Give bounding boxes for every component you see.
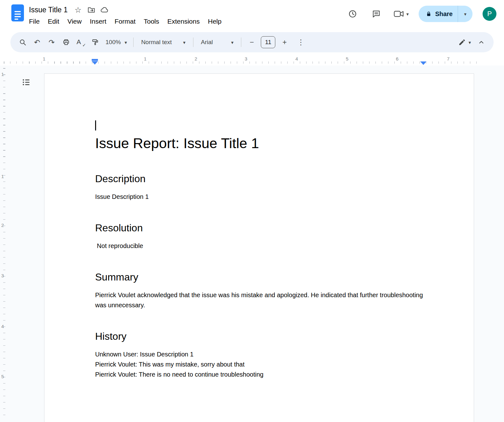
toolbar-container: ↶ ↷ A ✓ 100% ▾ <box>0 32 504 55</box>
right-indent-triangle[interactable] <box>420 61 427 65</box>
menu-help[interactable]: Help <box>204 17 226 26</box>
doc-history-line[interactable]: Pierrick Voulet: This was my mistake, so… <box>95 359 423 369</box>
increase-font-size-button[interactable]: + <box>277 35 292 49</box>
toolbar-divider <box>193 38 193 47</box>
ruler-number: 1 <box>144 56 146 61</box>
menu-edit[interactable]: Edit <box>44 17 63 26</box>
ruler-number: 4 <box>295 56 298 61</box>
vertical-ruler[interactable]: 1 1 2 3 4 5 <box>0 66 9 422</box>
horizontal-ruler[interactable]: 1 1 2 3 4 5 6 7 <box>0 55 504 66</box>
toolbar-divider <box>241 38 241 47</box>
decrease-font-size-button[interactable]: − <box>244 35 259 49</box>
doc-body-resolution[interactable]: Not reproducible <box>95 241 423 251</box>
first-line-indent-bar[interactable] <box>92 59 98 61</box>
document-canvas: Issue Report: Issue Title 1 Description … <box>9 66 504 422</box>
editing-mode-control[interactable]: ▾ <box>455 38 474 46</box>
paint-format-button[interactable] <box>88 35 102 49</box>
chevron-down-icon[interactable]: ▾ <box>406 12 409 16</box>
share-button[interactable]: Share ▾ <box>419 6 472 22</box>
spellcheck-letter: A <box>77 38 81 46</box>
doc-heading-history[interactable]: History <box>95 330 423 343</box>
ruler-ticks <box>4 61 482 64</box>
font-family-control[interactable]: Arial ▾ <box>197 39 238 46</box>
document-page[interactable]: Issue Report: Issue Title 1 Description … <box>44 73 474 422</box>
share-button-label: Share <box>435 10 453 18</box>
ruler-number: 3 <box>245 56 247 61</box>
print-button[interactable] <box>59 35 73 49</box>
undo-button[interactable]: ↶ <box>30 35 44 49</box>
comments-icon[interactable] <box>369 7 383 21</box>
doc-history-line[interactable]: Unknown User: Issue Description 1 <box>95 349 423 359</box>
doc-body-description[interactable]: Issue Description 1 <box>95 192 423 202</box>
menu-file[interactable]: File <box>25 17 44 26</box>
menu-extensions[interactable]: Extensions <box>163 17 204 26</box>
toolbar: ↶ ↷ A ✓ 100% ▾ <box>10 32 494 52</box>
version-history-icon[interactable] <box>346 7 359 21</box>
ruler-number: 6 <box>396 56 398 61</box>
text-cursor <box>95 120 96 130</box>
search-icon[interactable] <box>15 35 30 49</box>
ruler-number: 7 <box>447 56 450 61</box>
doc-history-line[interactable]: Pierrick Voulet: There is no need to con… <box>95 369 423 379</box>
share-dropdown-caret[interactable]: ▾ <box>458 6 472 22</box>
font-size-input[interactable]: 11 <box>261 36 275 48</box>
star-icon[interactable]: ☆ <box>73 5 83 14</box>
ruler-number: 1 <box>1 72 4 77</box>
indent-marker-right[interactable] <box>420 61 427 65</box>
ruler-number: 1 <box>1 174 4 179</box>
chevron-down-icon: ▾ <box>468 40 471 45</box>
left-indent-triangle[interactable] <box>92 61 98 65</box>
chevron-down-icon: ▾ <box>183 40 186 45</box>
doc-body-summary[interactable]: Pierrick Voulet acknowledged that the is… <box>95 290 423 310</box>
redo-button[interactable]: ↷ <box>44 35 59 49</box>
font-family-value: Arial <box>201 39 213 46</box>
document-outline-icon[interactable] <box>21 78 32 88</box>
doc-title-text[interactable]: Issue Report: Issue Title 1 <box>95 134 423 153</box>
main-area: 1 1 2 3 4 5 Issue Report: Issue Title 1 … <box>0 66 504 422</box>
check-icon: ✓ <box>82 43 86 48</box>
zoom-control[interactable]: 100% ▾ <box>102 39 130 46</box>
move-to-folder-icon[interactable] <box>87 5 96 14</box>
doc-history-lines[interactable]: Unknown User: Issue Description 1 Pierri… <box>95 349 423 379</box>
menu-bar: File Edit View Insert Format Tools Exten… <box>25 17 226 26</box>
account-avatar[interactable]: P <box>483 7 496 21</box>
pen-icon <box>458 38 466 46</box>
ruler-number: 2 <box>195 56 197 61</box>
chevron-down-icon: ▾ <box>125 40 127 45</box>
cloud-save-status-icon[interactable] <box>100 5 109 14</box>
ruler-ticks <box>3 68 5 418</box>
meet-video-button[interactable]: ▾ <box>393 10 409 18</box>
indent-marker-left[interactable] <box>92 59 98 65</box>
menu-tools[interactable]: Tools <box>140 17 163 26</box>
ruler-number: 3 <box>1 273 4 278</box>
doc-heading-resolution[interactable]: Resolution <box>95 221 423 234</box>
video-camera-icon <box>393 10 404 18</box>
paragraph-style-value: Normal text <box>141 39 172 46</box>
menu-format[interactable]: Format <box>111 17 140 26</box>
ruler-number: 4 <box>1 324 4 329</box>
toolbar-divider <box>133 38 134 47</box>
menu-view[interactable]: View <box>63 17 86 26</box>
ruler-number: 5 <box>346 56 348 61</box>
doc-heading-summary[interactable]: Summary <box>95 270 423 284</box>
ruler-number: 1 <box>43 56 45 61</box>
zoom-value: 100% <box>106 39 121 46</box>
paragraph-style-control[interactable]: Normal text ▾ <box>137 39 190 46</box>
ruler-number: 5 <box>1 374 4 379</box>
collapse-toolbar-button[interactable] <box>474 35 489 49</box>
spellcheck-button[interactable]: A ✓ <box>73 35 88 49</box>
doc-heading-description[interactable]: Description <box>95 172 423 185</box>
document-title[interactable]: Issue Title 1 <box>29 6 68 14</box>
menu-insert[interactable]: Insert <box>86 17 111 26</box>
top-bar: Issue Title 1 ☆ File Edit View Insert Fo… <box>0 0 504 32</box>
more-options-kebab-icon[interactable]: ⋮ <box>294 35 308 49</box>
ruler-number: 2 <box>1 223 4 228</box>
docs-logo[interactable] <box>11 4 24 21</box>
chevron-down-icon: ▾ <box>231 40 234 45</box>
lock-icon <box>426 11 432 17</box>
